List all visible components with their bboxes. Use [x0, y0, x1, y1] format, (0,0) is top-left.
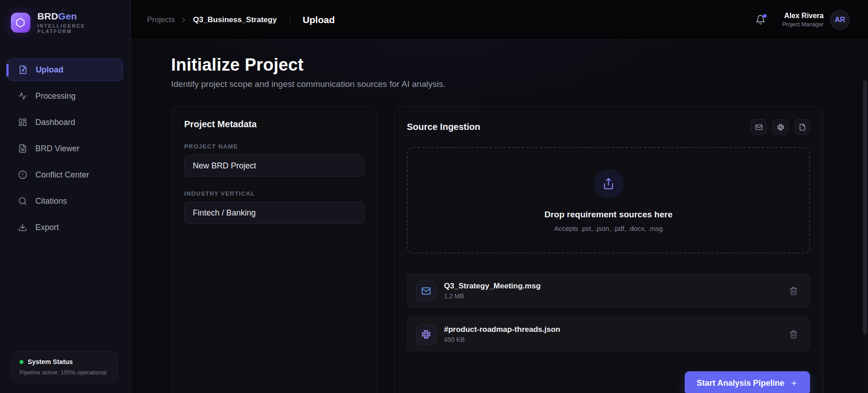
- scrollbar-thumb[interactable]: [863, 81, 867, 334]
- vertical-scrollbar[interactable]: [862, 80, 868, 393]
- ingestion-card-title: Source Ingestion: [407, 122, 480, 132]
- project-name-input[interactable]: [184, 155, 364, 177]
- sidebar-item-citations[interactable]: Citations: [7, 190, 123, 212]
- brand-tagline: INTELLIGENCE PLATFORM: [38, 23, 120, 34]
- mail-source-button[interactable]: [751, 119, 767, 135]
- source-ingestion-card: Source Ingestion: [394, 106, 823, 393]
- hexagon-logo-icon: [11, 13, 30, 33]
- user-role: Project Manager: [782, 21, 824, 28]
- plus-icon: [790, 379, 798, 387]
- sidebar-item-label: Dashboard: [35, 118, 75, 127]
- section-subtitle: Identify project scope and ingest commun…: [171, 79, 823, 89]
- activity-icon: [18, 91, 27, 101]
- dashboard-grid-icon: [18, 118, 27, 127]
- status-title: System Status: [28, 358, 73, 365]
- slack-icon: [777, 124, 784, 131]
- brand-logo: BRDGen INTELLIGENCE PLATFORM: [0, 11, 130, 34]
- sidebar-item-label: Upload: [36, 65, 63, 75]
- breadcrumb-projects[interactable]: Projects: [147, 15, 175, 24]
- brand-accent: Gen: [58, 11, 77, 21]
- dropzone-hint: Accepts .pst, .json, .pdf, .docx, .msg: [554, 225, 663, 232]
- status-detail: Pipeline active: 100% operational: [19, 369, 110, 376]
- file-row-json: #product-roadmap-threads.json 450 KB: [407, 317, 810, 351]
- industry-vertical-input[interactable]: [184, 202, 364, 224]
- sidebar-item-label: Citations: [35, 196, 67, 206]
- dropzone-title: Drop requirement sources here: [544, 210, 672, 220]
- content-area: Initialize Project Identify project scop…: [131, 40, 868, 393]
- sidebar-item-label: Processing: [35, 91, 76, 101]
- file-name: #product-roadmap-threads.json: [444, 325, 560, 334]
- sidebar-item-upload[interactable]: Upload: [7, 58, 123, 81]
- slack-icon: [421, 330, 431, 339]
- notification-dot: [763, 14, 767, 18]
- file-size: 450 KB: [444, 336, 560, 343]
- file-dropzone[interactable]: Drop requirement sources here Accepts .p…: [407, 147, 810, 254]
- status-green-dot-icon: [19, 360, 24, 364]
- upload-circle: [594, 169, 624, 199]
- sidebar-item-conflict-center[interactable]: Conflict Center: [7, 163, 123, 186]
- sidebar-item-dashboard[interactable]: Dashboard: [7, 111, 123, 134]
- mail-icon: [755, 124, 763, 131]
- upload-share-icon: [602, 177, 615, 190]
- sidebar: BRDGen INTELLIGENCE PLATFORM Upload Proc…: [0, 0, 131, 393]
- header-actions: Alex Rivera Project Manager AR: [755, 10, 850, 30]
- sidebar-item-export[interactable]: Export: [7, 216, 123, 239]
- cta-label: Start Analysis Pipeline: [697, 379, 784, 388]
- delete-file-button[interactable]: [789, 287, 798, 295]
- breadcrumb-project-name[interactable]: Q3_Business_Strategy: [193, 15, 277, 24]
- breadcrumb-divider: [290, 14, 290, 26]
- metadata-card-title: Project Metadata: [184, 119, 364, 129]
- main-area: Projects Q3_Business_Strategy Upload Ale…: [131, 0, 868, 393]
- sidebar-item-processing[interactable]: Processing: [7, 85, 123, 107]
- file-type-tile: [416, 281, 436, 301]
- source-type-buttons: [751, 119, 810, 135]
- project-name-label: PROJECT NAME: [184, 143, 364, 150]
- file-type-tile: [416, 324, 436, 345]
- sidebar-nav: Upload Processing Dashboard BRD Viewer C…: [0, 58, 130, 239]
- file-size: 1.2 MB: [444, 292, 541, 300]
- user-name: Alex Rivera: [782, 12, 824, 20]
- avatar[interactable]: AR: [830, 10, 850, 30]
- search-icon: [18, 196, 27, 206]
- file-name: Q3_Strategy_Meeting.msg: [444, 282, 541, 291]
- alert-circle-icon: [18, 170, 27, 179]
- sidebar-item-brd-viewer[interactable]: BRD Viewer: [7, 137, 123, 160]
- file-icon: [799, 124, 806, 131]
- file-up-icon: [19, 65, 28, 74]
- sidebar-item-label: Export: [35, 223, 59, 232]
- chevron-right-icon: [180, 16, 187, 24]
- trash-icon: [789, 330, 798, 339]
- delete-file-button[interactable]: [789, 330, 798, 339]
- file-source-button[interactable]: [794, 119, 810, 135]
- page-title: Upload: [303, 14, 335, 25]
- sidebar-item-label: BRD Viewer: [35, 144, 80, 153]
- app-root: BRDGen INTELLIGENCE PLATFORM Upload Proc…: [0, 0, 868, 393]
- start-analysis-pipeline-button[interactable]: Start Analysis Pipeline: [685, 371, 810, 393]
- file-row-msg: Q3_Strategy_Meeting.msg 1.2 MB: [407, 273, 810, 308]
- brand-primary: BRD: [38, 11, 58, 21]
- section-title: Initialize Project: [171, 55, 823, 75]
- breadcrumb: Projects Q3_Business_Strategy Upload: [147, 14, 335, 26]
- trash-icon: [789, 287, 798, 295]
- download-icon: [18, 223, 27, 232]
- mail-icon: [421, 286, 431, 296]
- slack-source-button[interactable]: [773, 119, 788, 135]
- project-metadata-card: Project Metadata PROJECT NAME INDUSTRY V…: [171, 106, 377, 393]
- notifications-button[interactable]: [755, 14, 766, 25]
- brand-name: BRDGen INTELLIGENCE PLATFORM: [38, 11, 120, 34]
- user-chip: Alex Rivera Project Manager AR: [782, 10, 850, 30]
- file-text-icon: [18, 144, 27, 153]
- industry-vertical-label: INDUSTRY VERTICAL: [184, 190, 364, 197]
- top-header: Projects Q3_Business_Strategy Upload Ale…: [131, 0, 868, 40]
- sidebar-item-label: Conflict Center: [35, 170, 89, 180]
- system-status-card: System Status Pipeline active: 100% oper…: [12, 351, 118, 383]
